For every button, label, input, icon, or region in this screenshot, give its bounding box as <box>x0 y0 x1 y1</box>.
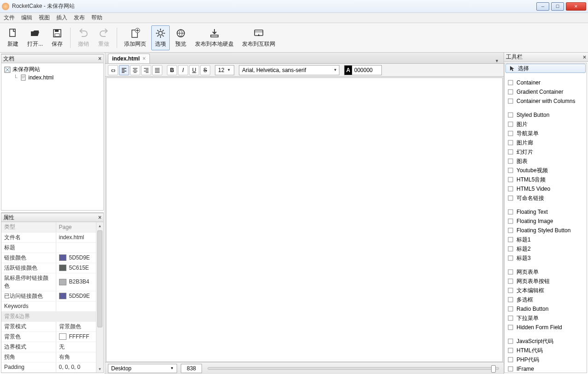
scroll-down-icon[interactable]: ▼ <box>96 365 103 373</box>
app-icon <box>2 3 9 10</box>
toolbox-item[interactable]: Floating Text <box>505 207 587 217</box>
color-picker[interactable]: A 000000 <box>344 65 382 75</box>
toolbox-item[interactable]: Floating Styled Button <box>505 226 587 235</box>
menu-help[interactable]: 帮助 <box>91 14 102 22</box>
document-tree[interactable]: 未保存网站 └ index.html <box>1 63 103 210</box>
toolbox-item[interactable]: Container with Columns <box>505 97 587 106</box>
menu-edit[interactable]: 编辑 <box>21 14 32 22</box>
scroll-up-icon[interactable]: ▲ <box>96 222 103 229</box>
tool-icon <box>507 158 514 164</box>
toolbox-item[interactable]: Youtube视频 <box>505 166 587 175</box>
color-hex-input[interactable]: 000000 <box>352 65 382 75</box>
tool-icon <box>507 98 514 104</box>
toolbox-item[interactable]: 导航菜单 <box>505 129 587 138</box>
width-slider[interactable] <box>208 367 499 370</box>
toolbar-save-button[interactable]: 保存 <box>48 25 66 50</box>
toolbox-item[interactable]: 标题1 <box>505 235 587 244</box>
strike-button[interactable]: S <box>200 65 210 75</box>
toolbox-item[interactable]: Styled Button <box>505 110 587 120</box>
device-select[interactable]: Desktop▼ <box>108 364 177 373</box>
toolbox-item[interactable]: 标题3 <box>505 253 587 263</box>
color-swatch[interactable] <box>59 254 66 261</box>
properties-panel-close-icon[interactable]: × <box>98 214 101 221</box>
font-size-select[interactable]: 12▼ <box>215 65 234 75</box>
underline-button[interactable]: U <box>189 65 199 75</box>
toolbar-addpage-button[interactable]: 添加网页 <box>121 25 149 50</box>
documents-panel-close-icon[interactable]: × <box>98 55 101 62</box>
toolbox-item[interactable]: Container <box>505 78 587 87</box>
toolbox-item[interactable]: Gradient Container <box>505 87 587 97</box>
tool-icon <box>507 227 514 234</box>
svg-rect-17 <box>508 131 513 136</box>
slider-thumb[interactable] <box>491 365 496 373</box>
toolbar-pubnet-button[interactable]: 发布到互联网 <box>239 25 279 50</box>
toolbox-item[interactable]: 下拉菜单 <box>505 314 587 323</box>
align-center-button[interactable] <box>130 65 140 75</box>
tab-dropdown-icon[interactable]: ▼ <box>493 59 501 63</box>
new-icon <box>7 28 18 39</box>
toolbox-item[interactable]: 图片廊 <box>505 138 587 147</box>
scroll-thumb[interactable] <box>97 230 102 327</box>
properties-grid[interactable]: 类型Page文件名index.html标题链接颜色5D5D9E活跃链接颜色5C6… <box>1 222 103 373</box>
toolbar-open-button[interactable]: 打开... <box>24 25 46 50</box>
toolbox-item[interactable]: Floating Image <box>505 217 587 226</box>
toolbar-undo-button[interactable]: 撤销 <box>74 25 93 50</box>
toolbox-item[interactable]: IFrame <box>505 364 587 373</box>
toolbox-item[interactable]: Hidden Form Field <box>505 323 587 332</box>
toolbox-item[interactable]: JavaScript代码 <box>505 337 587 346</box>
close-button[interactable]: ✕ <box>566 2 586 11</box>
toolbox-item[interactable]: 标题2 <box>505 244 587 253</box>
tool-icon <box>507 278 514 284</box>
font-family-select[interactable]: Arial, Helvetica, sans-serif▼ <box>239 65 339 75</box>
tree-page[interactable]: └ index.html <box>13 74 101 81</box>
menu-publish[interactable]: 发布 <box>74 14 85 22</box>
design-canvas[interactable] <box>106 78 503 362</box>
toolbox-item[interactable]: 多选框 <box>505 295 587 304</box>
toolbox-item-select[interactable]: 选择 <box>505 64 586 73</box>
minimize-button[interactable]: ─ <box>536 2 549 11</box>
menu-view[interactable]: 视图 <box>39 14 50 22</box>
toolbox-item[interactable]: 文本编辑框 <box>505 286 587 295</box>
menu-insert[interactable]: 插入 <box>56 14 67 22</box>
toolbox-item[interactable]: 网页表单 <box>505 267 587 277</box>
tree-root[interactable]: 未保存网站 <box>4 65 101 74</box>
toolbar-publocal-button[interactable]: 发布到本地硬盘 <box>192 25 237 50</box>
toolbox-item-label: 标题2 <box>517 245 531 253</box>
link-button[interactable] <box>108 65 118 75</box>
toolbox-item[interactable]: 图片 <box>505 120 587 129</box>
toolbar-preview-button[interactable]: 预览 <box>172 25 190 50</box>
tool-icon <box>507 255 514 261</box>
toolbox-item[interactable]: 幻灯片 <box>505 147 587 157</box>
toolbox-item[interactable]: HTML代码 <box>505 346 587 355</box>
toolbar-options-button[interactable]: 选项 <box>151 25 170 50</box>
toolbox-item[interactable]: PHP代码 <box>505 355 587 364</box>
color-swatch[interactable] <box>59 279 66 285</box>
toolbox-item[interactable]: HTML5 Video <box>505 184 587 193</box>
bold-button[interactable]: B <box>167 65 177 75</box>
toolbox-panel-close-icon[interactable]: × <box>583 54 586 60</box>
toolbox-item[interactable]: 网页表单按钮 <box>505 277 587 286</box>
menu-file[interactable]: 文件 <box>4 14 15 22</box>
canvas-width-value[interactable]: 838 <box>181 364 202 373</box>
color-swatch[interactable] <box>59 333 66 340</box>
tab-close-icon[interactable]: × <box>143 55 146 62</box>
color-swatch[interactable] <box>59 293 66 299</box>
toolbar-new-button[interactable]: 新建 <box>4 25 22 50</box>
prop-key: 背景色 <box>1 332 56 342</box>
undo-icon <box>78 28 89 39</box>
toolbox-item[interactable]: Radio Button <box>505 304 587 314</box>
align-left-button[interactable] <box>119 65 129 75</box>
toolbox-item[interactable]: 图表 <box>505 157 587 166</box>
toolbox-item[interactable]: HTML5音频 <box>505 175 587 184</box>
tab-index[interactable]: index.html × <box>108 54 150 63</box>
toolbox-item[interactable]: 可命名链接 <box>505 193 587 203</box>
properties-scrollbar[interactable]: ▲ ▼ <box>96 222 103 373</box>
color-swatch[interactable] <box>59 265 66 271</box>
tool-icon <box>507 306 514 312</box>
tool-icon <box>507 89 514 95</box>
italic-button[interactable]: I <box>178 65 188 75</box>
align-right-button[interactable] <box>141 65 151 75</box>
maximize-button[interactable]: ☐ <box>551 2 564 11</box>
align-justify-button[interactable] <box>152 65 162 75</box>
toolbar-redo-button[interactable]: 重做 <box>95 25 113 50</box>
